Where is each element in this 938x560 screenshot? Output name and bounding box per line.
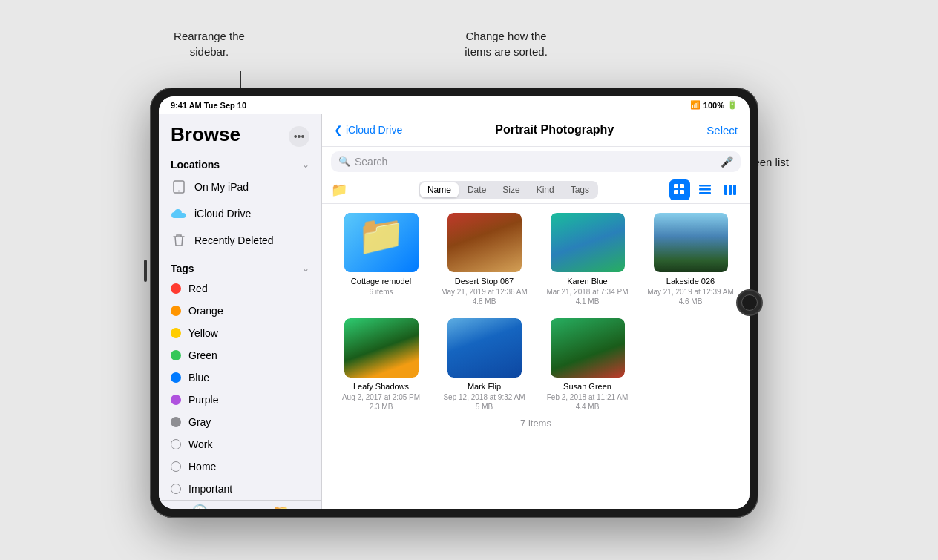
- file-item-leafy-shadows[interactable]: Leafy Shadows Aug 2, 2017 at 2:05 PM2.3 …: [334, 318, 428, 412]
- search-input[interactable]: Search: [355, 156, 716, 168]
- list-view-button[interactable]: [695, 179, 715, 200]
- sidebar-item-label: Orange: [188, 305, 223, 317]
- sidebar-item-label: iCloud Drive: [194, 208, 251, 220]
- sidebar-item-on-my-ipad[interactable]: On My iPad: [159, 174, 321, 200]
- bottom-tabs: 🕐 Recents 📁 Browse: [159, 500, 321, 509]
- tag-dot-red: [171, 283, 181, 294]
- sort-tab-size[interactable]: Size: [495, 182, 527, 197]
- sidebar-item-tag-green[interactable]: Green: [159, 344, 321, 366]
- sidebar-item-tag-orange[interactable]: Orange: [159, 300, 321, 322]
- tags-label: Tags: [171, 263, 194, 274]
- file-item-lakeside[interactable]: Lakeside 026 May 21, 2019 at 12:39 AM4.6…: [643, 213, 738, 306]
- sort-tab-name[interactable]: Name: [420, 182, 459, 197]
- sidebar-item-label: Blue: [188, 372, 209, 383]
- ipad-screen: 9:41 AM Tue Sep 10 📶 100% 🔋 Browse •••: [159, 96, 750, 509]
- sort-tabs: Name Date Size Kind Tags: [419, 181, 598, 199]
- sidebar-title: Browse: [171, 123, 240, 146]
- sidebar-item-icloud-drive[interactable]: iCloud Drive: [159, 200, 321, 227]
- tab-recents[interactable]: 🕐 Recents: [159, 501, 240, 509]
- sidebar-item-label: Red: [188, 283, 208, 294]
- tag-dot-green: [171, 350, 181, 360]
- file-item-cottage-remodel[interactable]: 📁 Cottage remodel 6 items: [334, 213, 428, 306]
- sidebar-item-tag-red[interactable]: Red: [159, 277, 321, 300]
- files-grid: 📁 Cottage remodel 6 items: [334, 213, 738, 412]
- home-button-inner: [741, 294, 758, 311]
- nav-select-button[interactable]: Select: [706, 124, 738, 136]
- wifi-icon: 📶: [690, 100, 701, 110]
- sidebar-item-tag-purple[interactable]: Purple: [159, 389, 321, 411]
- status-right: 📶 100% 🔋: [690, 100, 738, 110]
- tag-dot-gray: [171, 417, 181, 427]
- chevron-left-icon: ❮: [334, 124, 343, 136]
- mic-icon[interactable]: 🎤: [721, 156, 733, 168]
- locations-section-header: Locations ⌄: [159, 150, 321, 174]
- svg-rect-3: [680, 184, 684, 188]
- sidebar-item-recently-deleted[interactable]: Recently Deleted: [159, 227, 321, 254]
- main-content: ❮ iCloud Drive Portrait Photography Sele…: [322, 114, 750, 509]
- tab-browse[interactable]: 📁 Browse: [240, 501, 322, 509]
- annotation-rearrange: Rearrange thesidebar.: [142, 28, 276, 59]
- file-thumbnail: [551, 318, 625, 378]
- file-meta: May 21, 2019 at 12:36 AM4.8 MB: [441, 287, 528, 306]
- browse-icon: 📁: [272, 504, 289, 509]
- sort-toolbar: 📁 Name Date Size Kind Tags: [322, 177, 750, 204]
- icon-view-button[interactable]: [669, 179, 690, 200]
- column-view-button[interactable]: [720, 179, 741, 200]
- sort-tab-tags[interactable]: Tags: [563, 182, 597, 197]
- sidebar-item-label: Green: [188, 349, 217, 361]
- file-thumbnail: [447, 318, 522, 378]
- files-area: 📁 Cottage remodel 6 items: [322, 204, 750, 509]
- status-bar: 9:41 AM Tue Sep 10 📶 100% 🔋: [159, 96, 750, 114]
- sidebar: Browse ••• Locations ⌄: [159, 114, 322, 509]
- folder-badge-icon: 📁: [331, 182, 347, 198]
- sidebar-item-tag-home[interactable]: Home: [159, 455, 321, 478]
- trash-icon: [171, 232, 187, 248]
- svg-rect-9: [724, 185, 727, 195]
- file-thumbnail: [344, 318, 419, 378]
- svg-rect-8: [699, 192, 711, 194]
- sidebar-item-tag-work[interactable]: Work: [159, 433, 321, 455]
- file-meta: Feb 2, 2018 at 11:21 AM4.4 MB: [547, 392, 629, 412]
- tags-chevron-icon: ⌄: [302, 263, 309, 274]
- sidebar-menu-button[interactable]: •••: [289, 126, 309, 147]
- annotation-sort: Change how theitems are sorted.: [432, 28, 580, 59]
- svg-rect-4: [674, 190, 678, 194]
- tags-section-header: Tags ⌄: [159, 254, 321, 277]
- sidebar-item-tag-blue[interactable]: Blue: [159, 366, 321, 389]
- app-layout: Browse ••• Locations ⌄: [159, 114, 750, 509]
- svg-rect-5: [680, 190, 684, 194]
- nav-title: Portrait Photography: [495, 123, 614, 136]
- file-item-desert-stop[interactable]: Desert Stop 067 May 21, 2019 at 12:36 AM…: [437, 213, 531, 306]
- svg-rect-6: [699, 185, 711, 187]
- search-icon: 🔍: [338, 156, 350, 167]
- tag-dot-purple: [171, 395, 181, 405]
- file-thumbnail: [447, 213, 522, 272]
- sidebar-item-tag-important[interactable]: Important: [159, 478, 321, 500]
- sort-tab-date[interactable]: Date: [460, 182, 493, 197]
- sort-tab-kind[interactable]: Kind: [529, 182, 562, 197]
- sidebar-item-label: Purple: [188, 394, 218, 406]
- sidebar-item-label: Recently Deleted: [194, 234, 274, 246]
- nav-back-button[interactable]: ❮ iCloud Drive: [334, 124, 402, 136]
- file-name: Susan Green: [563, 382, 611, 391]
- tag-dot-important: [171, 484, 181, 494]
- svg-point-1: [178, 190, 180, 191]
- sidebar-item-tag-yellow[interactable]: Yellow: [159, 322, 321, 344]
- sidebar-item-label: Important: [188, 483, 232, 495]
- locations-label: Locations: [171, 159, 220, 171]
- sidebar-item-label: Gray: [188, 416, 211, 428]
- tag-dot-orange: [171, 306, 181, 316]
- file-name: Mark Flip: [468, 382, 501, 391]
- nav-bar: ❮ iCloud Drive Portrait Photography Sele…: [322, 114, 750, 147]
- file-name: Cottage remodel: [351, 277, 411, 286]
- search-bar: 🔍 Search 🎤: [331, 151, 741, 172]
- sidebar-item-label: On My iPad: [194, 181, 249, 193]
- file-item-susan-green[interactable]: Susan Green Feb 2, 2018 at 11:21 AM4.4 M…: [540, 318, 634, 412]
- file-item-mark-flip[interactable]: Mark Flip Sep 12, 2018 at 9:32 AM5 MB: [437, 318, 531, 412]
- home-button[interactable]: [736, 289, 763, 316]
- svg-rect-7: [699, 188, 711, 191]
- sidebar-item-tag-gray[interactable]: Gray: [159, 411, 321, 433]
- tag-dot-yellow: [171, 328, 181, 338]
- tablet-icon: [171, 179, 187, 195]
- file-item-karen-blue[interactable]: Karen Blue Mar 21, 2018 at 7:34 PM4.1 MB: [540, 213, 634, 306]
